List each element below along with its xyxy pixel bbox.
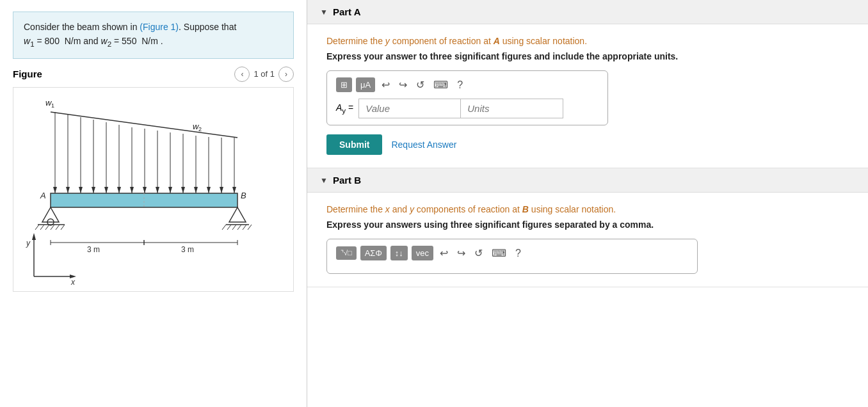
part-b-sqrt-btn[interactable]: ⌝√□ (336, 246, 357, 260)
part-b-instruction: Determine the x and y components of reac… (326, 204, 849, 214)
part-a-input-row: Ay = (336, 99, 599, 118)
part-b-updown-btn[interactable]: ↕↓ (390, 246, 408, 260)
hatch-b5 (243, 225, 246, 230)
support-a (42, 207, 59, 222)
beam-diagram-svg: w 1 w 2 (20, 94, 289, 286)
page-indicator: 1 of 1 (253, 69, 275, 79)
svg-marker-9 (104, 187, 108, 193)
part-b-header[interactable]: ▼ Part B (307, 168, 868, 193)
part-a-input-label: Ay = (336, 102, 353, 115)
part-b-answer-box: ⌝√□ ΑΣΦ ↕↓ vec ↩ ↪ ↺ ⌨ ? (326, 239, 698, 274)
hatch-a5 (56, 225, 60, 230)
chevron-right-icon: › (285, 70, 287, 79)
right-panel: ▼ Part A Determine the y component of re… (307, 0, 868, 407)
svg-marker-25 (207, 187, 211, 193)
y-axis-arrow (32, 233, 36, 240)
problem-text-line1: Consider the beam shown in (Figure 1). S… (24, 22, 236, 32)
hatch-b6 (248, 225, 252, 230)
part-a-body: Determine the y component of reaction at… (307, 24, 868, 168)
svg-marker-19 (168, 187, 172, 193)
svg-marker-23 (194, 187, 198, 193)
svg-marker-5 (79, 187, 83, 193)
part-a-collapse-icon: ▼ (320, 8, 328, 17)
svg-marker-15 (143, 187, 147, 193)
figure-title: Figure (13, 68, 229, 79)
part-b-help-btn[interactable]: ? (513, 246, 524, 260)
part-a-direction: Express your answer to three significant… (326, 51, 849, 61)
part-b-vec-btn[interactable]: vec (412, 246, 433, 260)
part-b-undo-btn[interactable]: ↩ (437, 246, 451, 260)
part-b-redo-btn[interactable]: ↪ (454, 246, 468, 260)
svg-marker-13 (130, 187, 134, 193)
part-a-mu-btn[interactable]: μΑ (356, 77, 375, 92)
svg-marker-29 (232, 187, 236, 193)
figure-nav: ‹ 1 of 1 › (234, 67, 294, 82)
part-a-header[interactable]: ▼ Part A (307, 0, 868, 24)
hatch-a6 (61, 225, 65, 230)
svg-marker-1 (53, 187, 57, 193)
part-b-keyboard-btn[interactable]: ⌨ (489, 246, 509, 260)
support-b (229, 207, 246, 222)
part-b-refresh-btn[interactable]: ↺ (472, 246, 485, 260)
point-b-label: B (241, 191, 246, 200)
part-a-refresh-btn[interactable]: ↺ (414, 77, 427, 92)
left-panel: Consider the beam shown in (Figure 1). S… (0, 0, 307, 407)
part-a-matrix-btn[interactable]: ⊞ (336, 77, 352, 92)
part-b-asigma-btn[interactable]: ΑΣΦ (360, 246, 387, 260)
part-a-request-answer-link[interactable]: Request Answer (391, 140, 456, 150)
part-a-title: Part A (333, 6, 361, 17)
figure-section: Figure ‹ 1 of 1 › w 1 w 2 (13, 67, 294, 292)
dim-left-label: 3 m (87, 245, 100, 254)
figure-prev-button[interactable]: ‹ (234, 67, 250, 82)
svg-marker-7 (92, 187, 95, 193)
svg-marker-27 (220, 187, 223, 193)
svg-marker-11 (117, 187, 121, 193)
figure-next-button[interactable]: › (278, 67, 294, 82)
hatch-b1 (222, 225, 226, 230)
part-a-instruction: Determine the y component of reaction at… (326, 36, 849, 46)
svg-marker-17 (156, 187, 159, 193)
point-a-label: A (40, 191, 46, 200)
part-b-title: Part B (333, 175, 361, 186)
part-a-action-row: Submit Request Answer (326, 134, 849, 155)
part-a-help-btn[interactable]: ? (454, 78, 465, 92)
x-axis-label: x (70, 278, 76, 286)
part-a-answer-box: ⊞ μΑ ↩ ↪ ↺ ⌨ ? Ay = (326, 70, 608, 125)
part-a-redo-btn[interactable]: ↪ (396, 77, 410, 92)
chevron-left-icon: ‹ (241, 70, 243, 79)
hatch-a3 (45, 225, 49, 230)
hatch-b2 (227, 225, 231, 230)
part-a-value-input[interactable] (358, 99, 461, 118)
figure-header: Figure ‹ 1 of 1 › (13, 67, 294, 82)
hatch-b3 (232, 225, 236, 230)
hatch-a2 (40, 225, 44, 230)
load-top-line (51, 112, 237, 138)
part-b-direction: Express your answers using three signifi… (326, 219, 849, 230)
problem-w1: w1 = 800 N/m and w2 = 550 N/m . (24, 36, 163, 46)
w1-subscript: 1 (51, 102, 54, 109)
part-a-keyboard-btn[interactable]: ⌨ (431, 77, 451, 92)
load-arrows (53, 112, 236, 193)
part-b-section: ▼ Part B Determine the x and y component… (307, 168, 868, 287)
dim-right-label: 3 m (181, 245, 194, 254)
part-a-section: ▼ Part A Determine the y component of re… (307, 0, 868, 168)
problem-statement: Consider the beam shown in (Figure 1). S… (13, 12, 294, 59)
part-a-submit-button[interactable]: Submit (326, 134, 382, 155)
y-axis-label: y (26, 239, 31, 248)
svg-marker-3 (66, 187, 70, 193)
part-b-toolbar: ⌝√□ ΑΣΦ ↕↓ vec ↩ ↪ ↺ ⌨ ? (336, 246, 688, 260)
w2-subscript: 2 (198, 126, 202, 132)
part-a-units-input[interactable] (461, 99, 563, 118)
hatch-b4 (237, 225, 241, 230)
part-a-undo-btn[interactable]: ↩ (379, 77, 392, 92)
part-a-toolbar: ⊞ μΑ ↩ ↪ ↺ ⌨ ? (336, 77, 599, 92)
svg-marker-21 (181, 187, 185, 193)
hatch-a1 (35, 225, 39, 230)
diagram-area: w 1 w 2 (13, 87, 294, 292)
part-b-body: Determine the x and y components of reac… (307, 193, 868, 287)
part-b-collapse-icon: ▼ (320, 176, 328, 185)
